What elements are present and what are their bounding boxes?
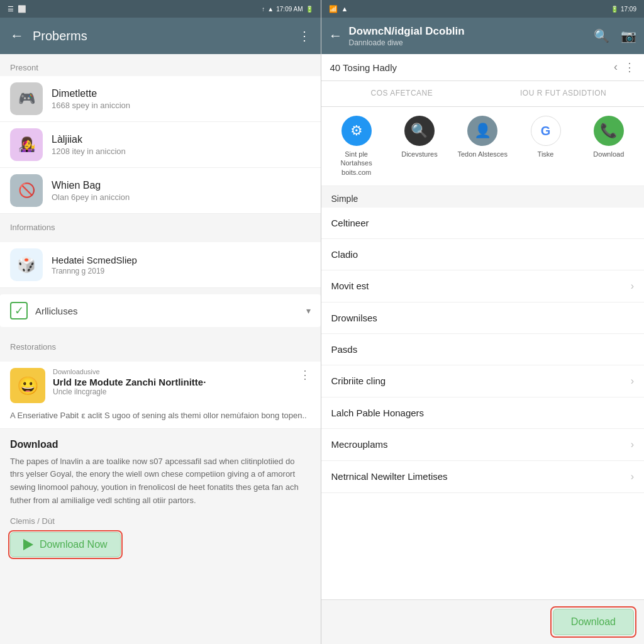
list-item-text-8: Netrnical Newilter Limetises	[331, 471, 631, 482]
list-item-0[interactable]: Celtineer	[321, 208, 645, 239]
download-section: Download The papes of lnavlin a are toal…	[0, 429, 321, 567]
top-bar-left: ← Proberms ⋮	[0, 18, 321, 54]
list-item-text-4: Pasds	[331, 344, 635, 355]
dropdown-arrow-icon: ▾	[306, 306, 311, 316]
status-bar-left: ☰ ⬜ ↑ ▲ 17:09 AM 🔋	[0, 0, 321, 18]
restoration-author: Uncle ilncgragle	[53, 387, 292, 396]
info-item[interactable]: 🎲 Hedatei ScmedSliep Trannng g 2019	[0, 242, 321, 288]
info-text: Hedatei ScmedSliep Trannng g 2019	[52, 255, 137, 275]
list-item-3[interactable]: Drownilses	[321, 303, 645, 334]
app-item-2[interactable]: 🚫 Whien Bag Olan 6pey in aniccion	[0, 168, 321, 214]
prev-button[interactable]: ‹	[614, 60, 618, 74]
list-item-arrow-5: ›	[631, 375, 634, 387]
restoration-badge: Downloadusive	[53, 368, 292, 375]
menu-button-left[interactable]: ⋮	[298, 28, 311, 43]
list-item-6[interactable]: Lalch Pable Honagers	[321, 397, 645, 429]
list-item-arrow-8: ›	[631, 471, 634, 482]
app-sub-2: Olan 6pey in aniccion	[52, 192, 311, 202]
search-button-right[interactable]: 🔍	[594, 28, 609, 43]
info-name: Hedatei ScmedSliep	[52, 255, 137, 265]
sub-header-actions: ‹ ⋮	[614, 60, 635, 74]
back-button-left[interactable]: ←	[10, 28, 24, 44]
left-content: Presont 🎮 Dimetlette 1668 spey in anicci…	[0, 54, 321, 644]
quick-link-icon-2: 👤	[467, 116, 497, 146]
list-item-2[interactable]: Movit est ›	[321, 270, 645, 303]
tabs-row: COS AFETCANE IOU R FUT ASDIDTION	[321, 81, 645, 107]
status-icon-square: ⬜	[18, 5, 26, 13]
list-item-7[interactable]: Mecrouplams ›	[321, 429, 645, 461]
right-panel: 📶 ▲ 🔋 17:09 ← DowncN/idgial Dcoblin Dann…	[321, 0, 645, 644]
quick-link-icon-1: 🔍	[404, 116, 435, 146]
status-bar-right: 📶 ▲ 🔋 17:09	[321, 0, 645, 18]
list-item-8[interactable]: Netrnical Newilter Limetises ›	[321, 461, 645, 493]
checkbox-icon: ✓	[10, 302, 28, 319]
quick-link-3[interactable]: G Tiske	[521, 116, 571, 177]
play-icon	[23, 539, 33, 550]
list-item-1[interactable]: Cladio	[321, 239, 645, 270]
clemis-label: Clemis / Dùt	[10, 516, 311, 526]
tab-cos[interactable]: COS AFETCANE	[321, 81, 483, 106]
quick-link-1[interactable]: 🔍 Dicevstures	[394, 116, 445, 177]
page-title-left: Proberms	[33, 29, 289, 43]
restoration-info: Downloadusive Urld Ize Modute Zanchi Nor…	[53, 368, 292, 396]
top-bar-right: ← DowncN/idgial Dcoblin Dannloade diwe 🔍…	[321, 18, 645, 54]
tab-iou[interactable]: IOU R FUT ASDIDTION	[482, 81, 644, 106]
main-title-right: DowncN/idgial Dcoblin	[349, 25, 588, 38]
present-label: Presont	[0, 54, 321, 76]
app-icon-2: 🚫	[10, 174, 43, 207]
status-signal: ↑	[262, 6, 265, 13]
list-item-text-5: Cribriite cling	[331, 375, 631, 386]
restorations-label: Restorations	[0, 333, 321, 355]
quick-link-icon-0: ⚙	[341, 116, 372, 146]
status-data: 17:09 AM	[276, 6, 303, 13]
app-icon-0: 🎮	[10, 82, 43, 115]
left-panel: ☰ ⬜ ↑ ▲ 17:09 AM 🔋 ← Proberms ⋮ Presont …	[0, 0, 321, 644]
list-item-4[interactable]: Pasds	[321, 334, 645, 365]
download-button-right[interactable]: Download	[553, 609, 634, 635]
app-item-0[interactable]: 🎮 Dimetlette 1668 spey in aniccion	[0, 76, 321, 122]
quick-link-label-0: Sint ple Nortahses boits.com	[331, 150, 382, 177]
app-item-1[interactable]: 👩‍🎤 Làljiiak 1208 itey in aniccion	[0, 122, 321, 168]
app-icon-1: 👩‍🎤	[10, 128, 43, 161]
status-time-right: 17:09	[621, 6, 636, 13]
camera-button-right[interactable]: 📷	[621, 28, 636, 43]
download-now-text: Download Now	[40, 539, 108, 550]
quick-link-4[interactable]: 📞 Download	[584, 116, 634, 177]
status-battery-right: 🔋	[611, 6, 618, 13]
restoration-icon: 😀	[10, 368, 45, 403]
app-name-2: Whien Bag	[52, 180, 311, 191]
sub-header: 40 Tosing Hadly ‹ ⋮	[321, 54, 645, 81]
sub-header-menu-button[interactable]: ⋮	[624, 60, 635, 74]
sub-header-title: 40 Tosing Hadly	[330, 62, 397, 73]
info-icon: 🎲	[10, 248, 43, 281]
download-now-button[interactable]: Download Now	[10, 532, 121, 557]
quick-link-label-2: Tedon Alstesces	[457, 150, 508, 158]
status-wifi: ▲	[267, 6, 274, 13]
right-bottom: Download	[321, 599, 645, 644]
app-info-0: Dimetlette 1668 spey in aniccion	[52, 88, 311, 110]
back-button-right[interactable]: ←	[329, 28, 343, 44]
informations-label: Informations	[0, 214, 321, 236]
restoration-name: Urld Ize Modute Zanchi Nortlinitte·	[53, 377, 292, 387]
list-item-text-1: Cladio	[331, 249, 635, 260]
restoration-menu-button[interactable]: ⋮	[299, 368, 311, 382]
info-section: 🎲 Hedatei ScmedSliep Trannng g 2019	[0, 242, 321, 288]
list-item-5[interactable]: Cribriite cling ›	[321, 365, 645, 397]
quick-link-icon-3: G	[531, 116, 561, 146]
sub-title-right: Dannloade diwe	[349, 38, 588, 47]
list-item-text-2: Movit est	[331, 280, 631, 291]
list-item-text-0: Celtineer	[331, 218, 635, 228]
info-sub: Trannng g 2019	[52, 267, 137, 275]
quick-link-0[interactable]: ⚙ Sint ple Nortahses boits.com	[331, 116, 382, 177]
restoration-header: 😀 Downloadusive Urld Ize Modute Zanchi N…	[10, 368, 311, 403]
list-item-arrow-7: ›	[631, 439, 634, 450]
quick-link-2[interactable]: 👤 Tedon Alstesces	[457, 116, 508, 177]
status-battery: 🔋	[306, 6, 313, 13]
list-item-text-7: Mecrouplams	[331, 439, 631, 450]
app-name-1: Làljiiak	[52, 134, 311, 145]
quick-link-label-3: Tiske	[538, 150, 554, 158]
restoration-item: 😀 Downloadusive Urld Ize Modute Zanchi N…	[0, 362, 321, 429]
checkbox-row[interactable]: ✓ Arllicluses ▾	[0, 294, 321, 327]
right-list: Celtineer Cladio Movit est › Drownilses …	[321, 208, 645, 599]
title-block-right: DowncN/idgial Dcoblin Dannloade diwe	[349, 25, 588, 47]
